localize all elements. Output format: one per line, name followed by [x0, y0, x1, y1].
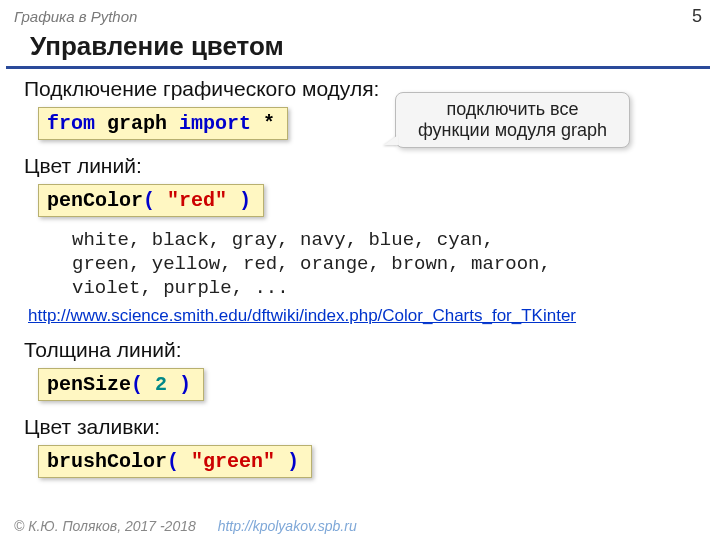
paren-open-2: ( [131, 373, 155, 396]
paren-close: ) [227, 189, 251, 212]
code-pensize: penSize( 2 ) [38, 368, 204, 401]
import-star: * [251, 112, 275, 135]
fn-pensize: penSize [47, 373, 131, 396]
label-line-width: Толщина линий: [24, 338, 700, 362]
fn-pencolor: penColor [47, 189, 143, 212]
paren-open: ( [143, 189, 167, 212]
color-list: white, black, gray, navy, blue, cyan, gr… [72, 229, 700, 300]
module-name: graph [95, 112, 179, 135]
reference-link[interactable]: http://www.science.smith.edu/dftwiki/ind… [28, 306, 576, 326]
footer-site: http://kpolyakov.spb.ru [218, 518, 357, 534]
paren-close-3: ) [275, 450, 299, 473]
arg-two: 2 [155, 373, 167, 396]
callout-tail-icon [384, 135, 398, 145]
page-title: Управление цветом [6, 29, 710, 69]
arg-red: "red" [167, 189, 227, 212]
label-fill-color: Цвет заливки: [24, 415, 700, 439]
code-brushcolor: brushColor( "green" ) [38, 445, 312, 478]
code-import: from graph import * [38, 107, 288, 140]
callout-line2: функции модуля graph [406, 120, 619, 141]
callout-box: подключить все функции модуля graph [395, 92, 630, 148]
header-topic: Графика в Python [14, 8, 137, 25]
label-line-color: Цвет линий: [24, 154, 700, 178]
arg-green: "green" [191, 450, 275, 473]
fn-brushcolor: brushColor [47, 450, 167, 473]
paren-close-2: ) [167, 373, 191, 396]
slide-header: Графика в Python 5 [0, 0, 720, 29]
code-pencolor: penColor( "red" ) [38, 184, 264, 217]
callout-line1: подключить все [406, 99, 619, 120]
page-number: 5 [692, 6, 702, 27]
footer: © К.Ю. Поляков, 2017 -2018 http://kpolya… [14, 518, 357, 534]
paren-open-3: ( [167, 450, 191, 473]
keyword-from: from [47, 112, 95, 135]
keyword-import: import [179, 112, 251, 135]
footer-copyright: © К.Ю. Поляков, 2017 -2018 [14, 518, 196, 534]
